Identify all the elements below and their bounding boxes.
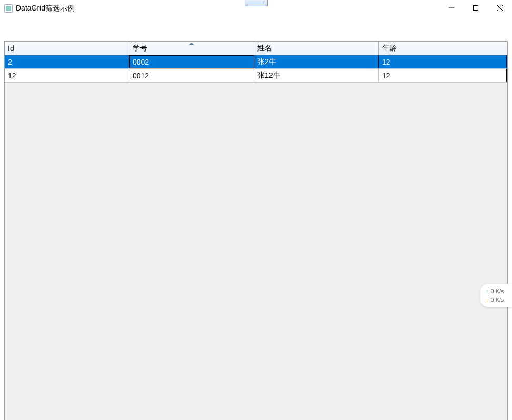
upload-speed-row: ↑ 0 K/s bbox=[486, 287, 510, 295]
titlebar[interactable]: DataGrid筛选示例 bbox=[0, 0, 512, 17]
grid-body[interactable]: 2 0002 张2牛 12 12 0012 张12牛 12 bbox=[5, 55, 507, 420]
table-row[interactable]: 2 0002 张2牛 12 bbox=[5, 55, 507, 69]
column-header-studentno[interactable]: 学号 bbox=[129, 42, 254, 55]
column-header-name[interactable]: 姓名 bbox=[254, 42, 379, 55]
table-row[interactable]: 12 0012 张12牛 12 bbox=[5, 69, 507, 83]
network-speed-widget[interactable]: ↑ 0 K/s ↓ 0 K/s bbox=[480, 284, 512, 307]
close-button[interactable] bbox=[488, 0, 512, 16]
cell-name[interactable]: 张12牛 bbox=[254, 69, 379, 82]
column-header-label: Id bbox=[8, 44, 14, 53]
column-header-label: 年龄 bbox=[382, 44, 397, 53]
app-icon bbox=[4, 4, 13, 13]
top-drag-handle[interactable] bbox=[245, 0, 268, 6]
content-area: Id 学号 姓名 年龄 2 0002 张2牛 12 12 0012 bbox=[0, 17, 512, 420]
maximize-button[interactable] bbox=[464, 0, 488, 16]
cell-studentno[interactable]: 0012 bbox=[129, 69, 254, 82]
column-header-id[interactable]: Id bbox=[5, 42, 129, 55]
download-speed-row: ↓ 0 K/s bbox=[486, 295, 510, 304]
cell-id[interactable]: 2 bbox=[5, 55, 129, 68]
cell-name[interactable]: 张2牛 bbox=[254, 55, 379, 68]
cell-id[interactable]: 12 bbox=[5, 69, 129, 82]
svg-rect-1 bbox=[6, 6, 11, 11]
download-arrow-icon: ↓ bbox=[486, 295, 489, 304]
sort-ascending-icon bbox=[189, 43, 194, 45]
upload-arrow-icon: ↑ bbox=[486, 287, 489, 295]
cell-age[interactable]: 12 bbox=[379, 55, 507, 68]
cell-age[interactable]: 12 bbox=[379, 69, 507, 82]
column-header-label: 姓名 bbox=[257, 44, 272, 53]
upload-speed-value: 0 K/s bbox=[491, 287, 504, 295]
svg-rect-3 bbox=[474, 6, 478, 11]
grid-header-row: Id 学号 姓名 年龄 bbox=[5, 42, 507, 55]
window-title: DataGrid筛选示例 bbox=[16, 4, 75, 13]
column-header-age[interactable]: 年龄 bbox=[379, 42, 507, 55]
datagrid[interactable]: Id 学号 姓名 年龄 2 0002 张2牛 12 12 0012 bbox=[4, 41, 508, 420]
download-speed-value: 0 K/s bbox=[491, 295, 504, 304]
cell-studentno[interactable]: 0002 bbox=[129, 55, 254, 68]
minimize-button[interactable] bbox=[439, 0, 464, 16]
column-header-label: 学号 bbox=[133, 44, 147, 53]
window-controls bbox=[439, 0, 512, 16]
